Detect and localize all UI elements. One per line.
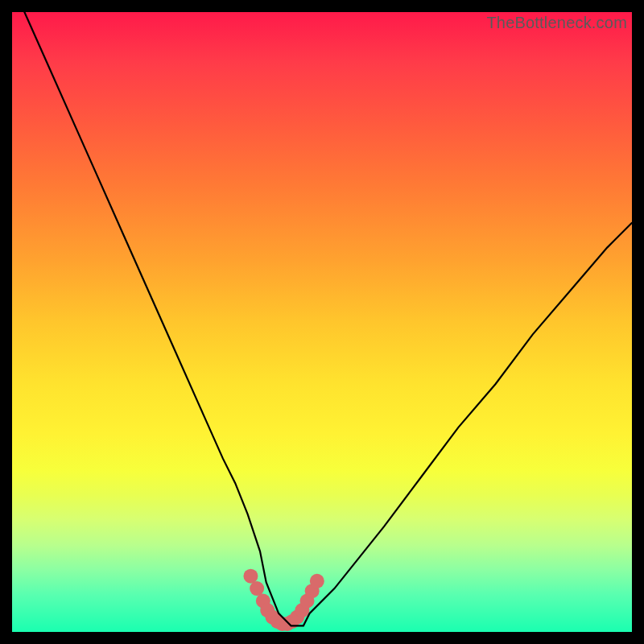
highlight-dot	[243, 569, 258, 584]
highlight-dot	[250, 581, 264, 596]
plot-area: TheBottleneck.com	[12, 12, 632, 632]
chart-frame: TheBottleneck.com	[0, 0, 644, 644]
chart-svg	[12, 12, 632, 632]
highlight-dots-group	[243, 569, 324, 631]
highlight-dot	[310, 574, 324, 588]
main-curve-path	[24, 12, 632, 625]
